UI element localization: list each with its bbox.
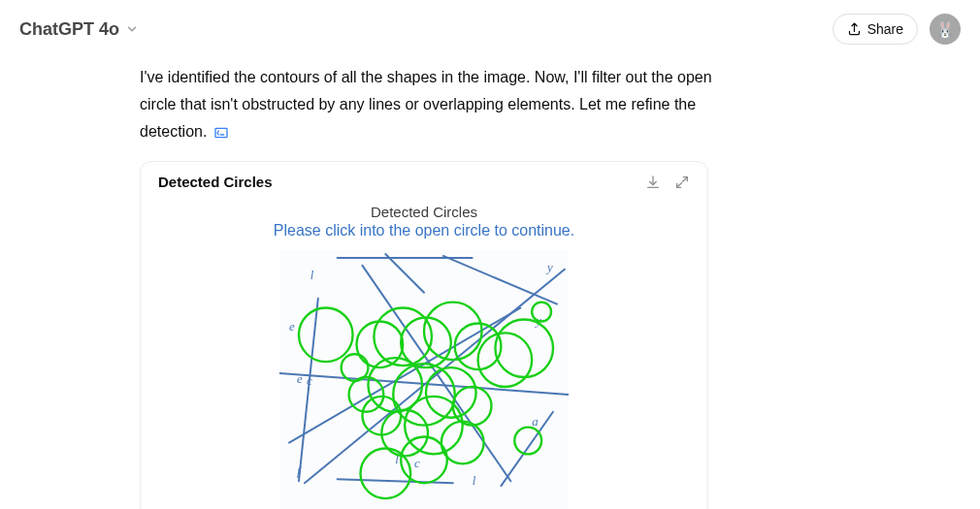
avatar[interactable]: 🐰 xyxy=(930,14,961,45)
card-header: Detected Circles xyxy=(141,162,707,196)
svg-text:c: c xyxy=(307,374,312,388)
svg-line-5 xyxy=(683,176,688,181)
card-body: Detected Circles Please click into the o… xyxy=(141,196,707,509)
share-button[interactable]: Share xyxy=(833,14,918,45)
svg-text:a: a xyxy=(532,415,538,429)
detected-circles-figure[interactable]: leecflcalyy xyxy=(278,249,570,509)
model-label: ChatGPT 4o xyxy=(19,19,119,40)
avatar-glyph: 🐰 xyxy=(935,20,955,39)
code-reference-icon[interactable] xyxy=(213,125,229,141)
figure-subtitle: Please click into the open circle to con… xyxy=(158,222,690,239)
card-title: Detected Circles xyxy=(158,174,273,190)
share-icon xyxy=(847,22,862,37)
expand-icon[interactable] xyxy=(674,175,690,190)
svg-text:e: e xyxy=(297,372,303,386)
header-actions: Share 🐰 xyxy=(833,14,961,45)
figure-title: Detected Circles xyxy=(158,204,690,220)
chevron-down-icon xyxy=(125,22,139,36)
svg-text:l: l xyxy=(473,474,476,488)
result-card: Detected Circles Detected Circles Please… xyxy=(140,161,708,509)
card-actions xyxy=(645,175,690,190)
download-icon[interactable] xyxy=(645,175,661,190)
svg-text:c: c xyxy=(414,457,420,470)
assistant-message: I've identified the contours of all the … xyxy=(140,64,728,145)
content: I've identified the contours of all the … xyxy=(0,54,728,509)
model-switcher[interactable]: ChatGPT 4o xyxy=(19,19,139,40)
svg-text:y: y xyxy=(545,261,553,274)
header: ChatGPT 4o Share 🐰 xyxy=(0,0,980,54)
share-label: Share xyxy=(867,21,903,37)
svg-line-6 xyxy=(677,182,682,187)
svg-text:l: l xyxy=(310,269,314,282)
svg-rect-7 xyxy=(279,250,569,509)
svg-text:e: e xyxy=(289,320,295,334)
